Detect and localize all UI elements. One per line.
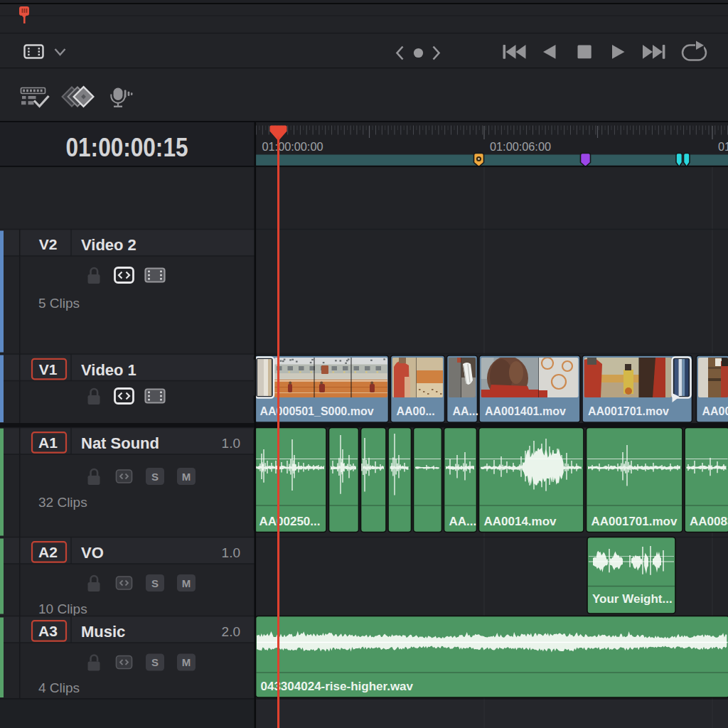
svg-text:1.0: 1.0 bbox=[222, 545, 240, 560]
svg-text:2.0: 2.0 bbox=[222, 624, 240, 639]
svg-text:4 Clips: 4 Clips bbox=[38, 680, 80, 695]
svg-text:AA001701.mov: AA001701.mov bbox=[588, 405, 669, 417]
svg-text:043304024-rise-higher.wav: 043304024-rise-higher.wav bbox=[261, 680, 414, 693]
svg-text:10 Clips: 10 Clips bbox=[38, 601, 87, 616]
svg-text:AA0014.mov: AA0014.mov bbox=[484, 515, 557, 528]
svg-text:Video 1: Video 1 bbox=[81, 361, 136, 379]
svg-text:01:00:12:00: 01:00:12:00 bbox=[718, 140, 728, 153]
svg-text:S: S bbox=[151, 577, 159, 589]
svg-text:1.0: 1.0 bbox=[222, 436, 240, 451]
svg-text:Your Weight...: Your Weight... bbox=[592, 592, 673, 606]
svg-text:AA001401.mov: AA001401.mov bbox=[485, 405, 566, 417]
svg-text:AA00...: AA00... bbox=[397, 405, 435, 417]
svg-text:01:00:06:00: 01:00:06:00 bbox=[490, 140, 551, 153]
svg-text:M: M bbox=[182, 471, 191, 483]
svg-text:A2: A2 bbox=[38, 544, 58, 560]
svg-text:AA...: AA... bbox=[453, 405, 478, 417]
svg-text:VO: VO bbox=[81, 544, 104, 562]
svg-text:AA0083: AA0083 bbox=[690, 515, 728, 528]
svg-text:AA0083: AA0083 bbox=[702, 405, 728, 417]
svg-text:A1: A1 bbox=[38, 434, 58, 451]
svg-text:S: S bbox=[151, 471, 159, 483]
svg-text:AA000501_S000.mov: AA000501_S000.mov bbox=[260, 405, 374, 417]
svg-text:AA00250...: AA00250... bbox=[259, 515, 321, 528]
svg-text:S: S bbox=[151, 656, 159, 668]
svg-text:01:00:00:15: 01:00:00:15 bbox=[66, 133, 188, 162]
svg-text:5 Clips: 5 Clips bbox=[38, 296, 80, 311]
svg-text:Nat Sound: Nat Sound bbox=[81, 434, 159, 452]
svg-text:01:00:00:00: 01:00:00:00 bbox=[262, 140, 323, 153]
svg-text:AA...: AA... bbox=[449, 515, 477, 528]
svg-text:M: M bbox=[182, 577, 191, 589]
svg-text:AA001701.mov: AA001701.mov bbox=[592, 515, 678, 528]
svg-text:Music: Music bbox=[81, 623, 125, 641]
svg-text:V2: V2 bbox=[39, 236, 58, 252]
svg-text:A3: A3 bbox=[38, 623, 58, 639]
svg-text:M: M bbox=[182, 656, 191, 668]
svg-text:Video 2: Video 2 bbox=[81, 236, 136, 254]
svg-text:32 Clips: 32 Clips bbox=[38, 495, 87, 510]
svg-text:V1: V1 bbox=[39, 361, 58, 378]
